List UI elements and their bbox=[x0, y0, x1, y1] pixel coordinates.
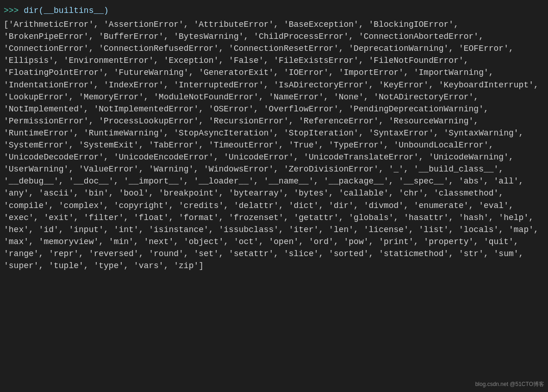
prompt-symbol: >>> bbox=[4, 6, 24, 15]
watermark: blog.csdn.net @51CTO博客 bbox=[475, 380, 544, 388]
prompt-line: >>> dir(__builtins__) bbox=[4, 5, 544, 17]
terminal-window: >>> dir(__builtins__) ['ArithmeticError'… bbox=[4, 5, 544, 272]
command-text: dir(__builtins__) bbox=[24, 6, 109, 15]
output-text: ['ArithmeticError', 'AssertionError', 'A… bbox=[4, 18, 544, 272]
